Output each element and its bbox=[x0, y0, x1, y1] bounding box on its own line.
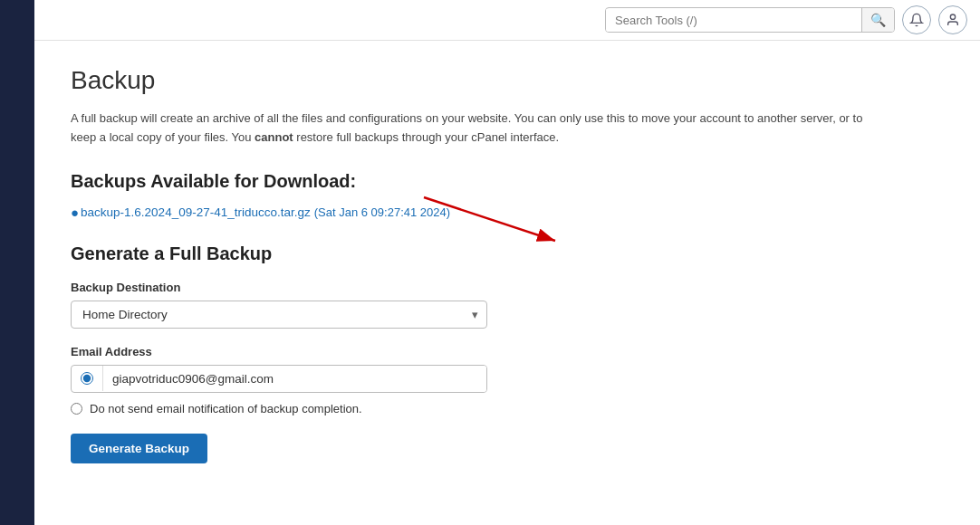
check-icon: ● bbox=[71, 205, 79, 220]
backup-link-row: ● backup-1.6.2024_09-27-41_triducco.tar.… bbox=[71, 205, 947, 220]
user-button[interactable] bbox=[938, 5, 967, 34]
email-label: Email Address bbox=[71, 345, 947, 358]
search-icon: 🔍 bbox=[870, 13, 886, 27]
bell-icon bbox=[909, 13, 924, 27]
destination-select[interactable]: Home Directory Remote FTP Server Secure … bbox=[71, 301, 487, 329]
no-email-label: Do not send email notification of backup… bbox=[90, 402, 362, 415]
generate-backup-button[interactable]: Generate Backup bbox=[71, 434, 207, 463]
email-section: Email Address Do not send email notifica… bbox=[71, 345, 947, 415]
search-button[interactable]: 🔍 bbox=[861, 8, 894, 32]
search-input[interactable] bbox=[606, 9, 861, 32]
email-radio-cell bbox=[72, 366, 103, 391]
notification-button[interactable] bbox=[902, 5, 931, 34]
backups-available-section: Backups Available for Download: ● backup… bbox=[71, 171, 947, 220]
backup-file-link[interactable]: backup-1.6.2024_09-27-41_triducco.tar.gz bbox=[81, 205, 311, 219]
generate-section: Generate a Full Backup Backup Destinatio… bbox=[71, 243, 947, 463]
svg-line-2 bbox=[424, 197, 555, 241]
email-input[interactable] bbox=[103, 366, 486, 392]
backup-destination-field: Backup Destination Home Directory Remote… bbox=[71, 281, 947, 329]
arrow-annotation bbox=[415, 188, 578, 252]
destination-select-wrapper: Home Directory Remote FTP Server Secure … bbox=[71, 301, 487, 329]
no-email-radio[interactable] bbox=[71, 403, 82, 415]
content-area: Backup A full backup will create an arch… bbox=[34, 41, 980, 525]
svg-point-0 bbox=[950, 14, 955, 19]
main-area: 🔍 Backup A full backup will create an ar… bbox=[34, 0, 980, 525]
backup-destination-label: Backup Destination bbox=[71, 281, 947, 294]
description-text: A full backup will create an archive of … bbox=[71, 110, 886, 148]
email-radio[interactable] bbox=[81, 372, 93, 385]
search-box: 🔍 bbox=[605, 7, 895, 33]
user-icon bbox=[946, 13, 960, 27]
sidebar bbox=[0, 0, 34, 525]
topbar: 🔍 bbox=[34, 0, 980, 41]
email-row bbox=[71, 365, 487, 393]
page-title: Backup bbox=[71, 66, 947, 95]
no-email-row: Do not send email notification of backup… bbox=[71, 402, 947, 415]
